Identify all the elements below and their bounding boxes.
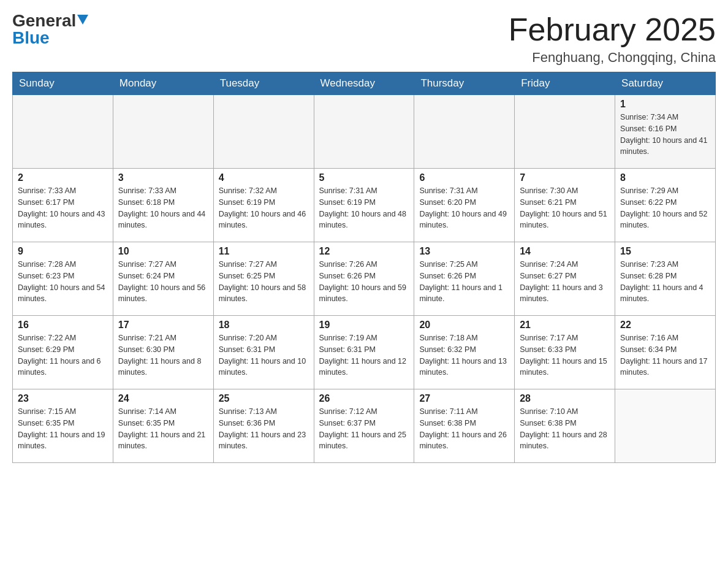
day-number: 23 [18,393,108,404]
logo: General Blue [12,12,88,47]
logo-blue: Blue [12,28,50,47]
day-number: 17 [118,320,208,331]
calendar-cell [113,95,213,169]
page-header: General Blue February 2025 Fenghuang, Ch… [12,12,716,66]
calendar-cell: 3Sunrise: 7:33 AM Sunset: 6:18 PM Daylig… [113,169,213,242]
logo-general: General [12,12,76,29]
calendar-cell [13,95,113,169]
calendar-cell [314,95,414,169]
calendar-cell: 8Sunrise: 7:29 AM Sunset: 6:22 PM Daylig… [615,169,716,242]
day-number: 27 [419,393,509,404]
day-number: 26 [319,393,409,404]
calendar-cell: 2Sunrise: 7:33 AM Sunset: 6:17 PM Daylig… [13,169,113,242]
calendar-cell: 19Sunrise: 7:19 AM Sunset: 6:31 PM Dayli… [314,316,414,389]
header-tuesday: Tuesday [213,72,314,95]
day-number: 18 [219,320,309,331]
day-number: 9 [18,246,108,257]
calendar-cell: 5Sunrise: 7:31 AM Sunset: 6:19 PM Daylig… [314,169,414,242]
calendar-week-row: 9Sunrise: 7:28 AM Sunset: 6:23 PM Daylig… [13,242,716,316]
header-friday: Friday [515,72,615,95]
calendar-cell: 16Sunrise: 7:22 AM Sunset: 6:29 PM Dayli… [13,316,113,389]
day-info: Sunrise: 7:23 AM Sunset: 6:28 PM Dayligh… [620,259,710,305]
day-number: 14 [520,246,610,257]
day-info: Sunrise: 7:34 AM Sunset: 6:16 PM Dayligh… [620,112,710,158]
day-number: 3 [118,172,208,183]
calendar-cell: 25Sunrise: 7:13 AM Sunset: 6:36 PM Dayli… [213,389,314,463]
calendar-cell: 26Sunrise: 7:12 AM Sunset: 6:37 PM Dayli… [314,389,414,463]
day-info: Sunrise: 7:13 AM Sunset: 6:36 PM Dayligh… [219,406,309,452]
day-info: Sunrise: 7:10 AM Sunset: 6:38 PM Dayligh… [520,406,610,452]
weekday-header-row: Sunday Monday Tuesday Wednesday Thursday… [13,72,716,95]
header-monday: Monday [113,72,213,95]
calendar-cell: 27Sunrise: 7:11 AM Sunset: 6:38 PM Dayli… [414,389,515,463]
day-info: Sunrise: 7:31 AM Sunset: 6:19 PM Dayligh… [319,185,409,231]
day-number: 4 [219,172,309,183]
day-info: Sunrise: 7:33 AM Sunset: 6:18 PM Dayligh… [118,185,208,231]
day-info: Sunrise: 7:32 AM Sunset: 6:19 PM Dayligh… [219,185,309,231]
calendar-cell: 1Sunrise: 7:34 AM Sunset: 6:16 PM Daylig… [615,95,716,169]
day-number: 15 [620,246,710,257]
logo-triangle-icon [77,15,88,25]
calendar-table: Sunday Monday Tuesday Wednesday Thursday… [12,72,716,463]
day-info: Sunrise: 7:27 AM Sunset: 6:24 PM Dayligh… [118,259,208,305]
calendar-cell: 17Sunrise: 7:21 AM Sunset: 6:30 PM Dayli… [113,316,213,389]
calendar-cell: 4Sunrise: 7:32 AM Sunset: 6:19 PM Daylig… [213,169,314,242]
calendar-cell: 6Sunrise: 7:31 AM Sunset: 6:20 PM Daylig… [414,169,515,242]
header-thursday: Thursday [414,72,515,95]
day-info: Sunrise: 7:15 AM Sunset: 6:35 PM Dayligh… [18,406,108,452]
calendar-week-row: 16Sunrise: 7:22 AM Sunset: 6:29 PM Dayli… [13,316,716,389]
calendar-cell: 21Sunrise: 7:17 AM Sunset: 6:33 PM Dayli… [515,316,615,389]
day-number: 5 [319,172,409,183]
calendar-cell: 13Sunrise: 7:25 AM Sunset: 6:26 PM Dayli… [414,242,515,316]
svg-marker-0 [77,15,88,25]
day-info: Sunrise: 7:16 AM Sunset: 6:34 PM Dayligh… [620,332,710,378]
calendar-cell: 23Sunrise: 7:15 AM Sunset: 6:35 PM Dayli… [13,389,113,463]
day-info: Sunrise: 7:30 AM Sunset: 6:21 PM Dayligh… [520,185,610,231]
calendar-cell: 14Sunrise: 7:24 AM Sunset: 6:27 PM Dayli… [515,242,615,316]
header-wednesday: Wednesday [314,72,414,95]
day-number: 19 [319,320,409,331]
day-number: 28 [520,393,610,404]
calendar-cell [615,389,716,463]
calendar-cell: 12Sunrise: 7:26 AM Sunset: 6:26 PM Dayli… [314,242,414,316]
day-info: Sunrise: 7:28 AM Sunset: 6:23 PM Dayligh… [18,259,108,305]
day-info: Sunrise: 7:12 AM Sunset: 6:37 PM Dayligh… [319,406,409,452]
calendar-week-row: 1Sunrise: 7:34 AM Sunset: 6:16 PM Daylig… [13,95,716,169]
day-info: Sunrise: 7:25 AM Sunset: 6:26 PM Dayligh… [419,259,509,305]
calendar-cell: 24Sunrise: 7:14 AM Sunset: 6:35 PM Dayli… [113,389,213,463]
day-number: 25 [219,393,309,404]
day-number: 6 [419,172,509,183]
day-number: 11 [219,246,309,257]
day-number: 12 [319,246,409,257]
day-info: Sunrise: 7:24 AM Sunset: 6:27 PM Dayligh… [520,259,610,305]
calendar-cell: 15Sunrise: 7:23 AM Sunset: 6:28 PM Dayli… [615,242,716,316]
day-info: Sunrise: 7:33 AM Sunset: 6:17 PM Dayligh… [18,185,108,231]
calendar-cell: 18Sunrise: 7:20 AM Sunset: 6:31 PM Dayli… [213,316,314,389]
day-number: 24 [118,393,208,404]
day-number: 10 [118,246,208,257]
day-number: 2 [18,172,108,183]
day-info: Sunrise: 7:21 AM Sunset: 6:30 PM Dayligh… [118,332,208,378]
day-number: 8 [620,172,710,183]
day-number: 1 [620,99,710,110]
day-info: Sunrise: 7:26 AM Sunset: 6:26 PM Dayligh… [319,259,409,305]
calendar-week-row: 23Sunrise: 7:15 AM Sunset: 6:35 PM Dayli… [13,389,716,463]
day-info: Sunrise: 7:11 AM Sunset: 6:38 PM Dayligh… [419,406,509,452]
day-number: 13 [419,246,509,257]
day-info: Sunrise: 7:31 AM Sunset: 6:20 PM Dayligh… [419,185,509,231]
calendar-cell: 22Sunrise: 7:16 AM Sunset: 6:34 PM Dayli… [615,316,716,389]
day-number: 20 [419,320,509,331]
day-info: Sunrise: 7:20 AM Sunset: 6:31 PM Dayligh… [219,332,309,378]
day-info: Sunrise: 7:27 AM Sunset: 6:25 PM Dayligh… [219,259,309,305]
day-info: Sunrise: 7:22 AM Sunset: 6:29 PM Dayligh… [18,332,108,378]
location-title: Fenghuang, Chongqing, China [509,50,716,66]
calendar-cell [213,95,314,169]
day-info: Sunrise: 7:29 AM Sunset: 6:22 PM Dayligh… [620,185,710,231]
header-saturday: Saturday [615,72,716,95]
day-info: Sunrise: 7:18 AM Sunset: 6:32 PM Dayligh… [419,332,509,378]
calendar-cell: 10Sunrise: 7:27 AM Sunset: 6:24 PM Dayli… [113,242,213,316]
calendar-cell: 20Sunrise: 7:18 AM Sunset: 6:32 PM Dayli… [414,316,515,389]
calendar-cell: 11Sunrise: 7:27 AM Sunset: 6:25 PM Dayli… [213,242,314,316]
calendar-cell [414,95,515,169]
calendar-week-row: 2Sunrise: 7:33 AM Sunset: 6:17 PM Daylig… [13,169,716,242]
